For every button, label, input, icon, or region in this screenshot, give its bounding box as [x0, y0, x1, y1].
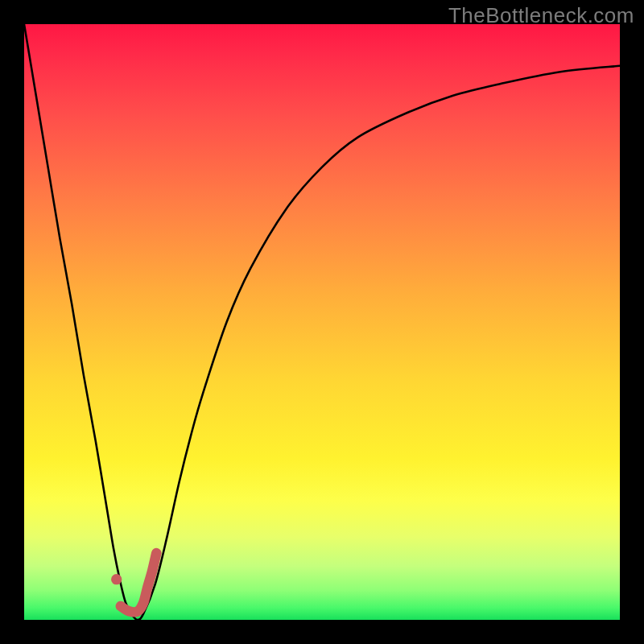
- watermark-text: TheBottleneck.com: [448, 3, 634, 28]
- chart-frame: TheBottleneck.com: [0, 0, 644, 644]
- chart-svg: [24, 24, 620, 620]
- marker-dot: [111, 574, 122, 584]
- plot-area: [24, 24, 620, 620]
- bottleneck-curve: [24, 24, 620, 620]
